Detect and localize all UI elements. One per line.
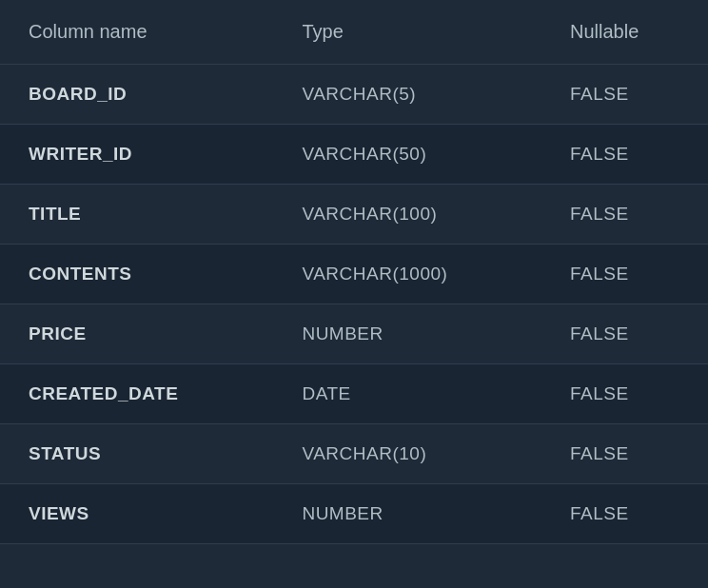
table-container: Column name Type Nullable BOARD_IDVARCHA… (0, 0, 708, 588)
table-row: TITLEVARCHAR(100)FALSE (0, 185, 708, 245)
column-name-header: Column name (0, 0, 273, 65)
cell-nullable: FALSE (541, 424, 708, 484)
cell-nullable: FALSE (541, 65, 708, 125)
nullable-header: Nullable (541, 0, 708, 65)
cell-nullable: FALSE (541, 245, 708, 304)
table-header-row: Column name Type Nullable (0, 0, 708, 65)
table-row: PRICENUMBERFALSE (0, 304, 708, 364)
cell-type: VARCHAR(5) (273, 65, 541, 125)
cell-type: NUMBER (273, 304, 541, 364)
table-row: CREATED_DATEDATEFALSE (0, 364, 708, 424)
cell-type: DATE (273, 364, 541, 424)
cell-column-name: STATUS (0, 424, 273, 484)
cell-column-name: WRITER_ID (0, 125, 273, 185)
cell-column-name: BOARD_ID (0, 65, 273, 125)
cell-column-name: TITLE (0, 185, 273, 245)
table-row: STATUSVARCHAR(10)FALSE (0, 424, 708, 484)
cell-nullable: FALSE (541, 304, 708, 364)
cell-nullable: FALSE (541, 185, 708, 245)
cell-nullable: FALSE (541, 125, 708, 185)
type-header: Type (273, 0, 541, 65)
cell-column-name: CREATED_DATE (0, 364, 273, 424)
cell-type: VARCHAR(10) (273, 424, 541, 484)
cell-nullable: FALSE (541, 484, 708, 544)
schema-table: Column name Type Nullable BOARD_IDVARCHA… (0, 0, 708, 544)
table-row: CONTENTSVARCHAR(1000)FALSE (0, 245, 708, 304)
cell-column-name: PRICE (0, 304, 273, 364)
cell-type: NUMBER (273, 484, 541, 544)
cell-type: VARCHAR(50) (273, 125, 541, 185)
table-row: WRITER_IDVARCHAR(50)FALSE (0, 125, 708, 185)
cell-column-name: CONTENTS (0, 245, 273, 304)
table-row: VIEWSNUMBERFALSE (0, 484, 708, 544)
cell-type: VARCHAR(100) (273, 185, 541, 245)
cell-nullable: FALSE (541, 364, 708, 424)
cell-column-name: VIEWS (0, 484, 273, 544)
table-row: BOARD_IDVARCHAR(5)FALSE (0, 65, 708, 125)
cell-type: VARCHAR(1000) (273, 245, 541, 304)
